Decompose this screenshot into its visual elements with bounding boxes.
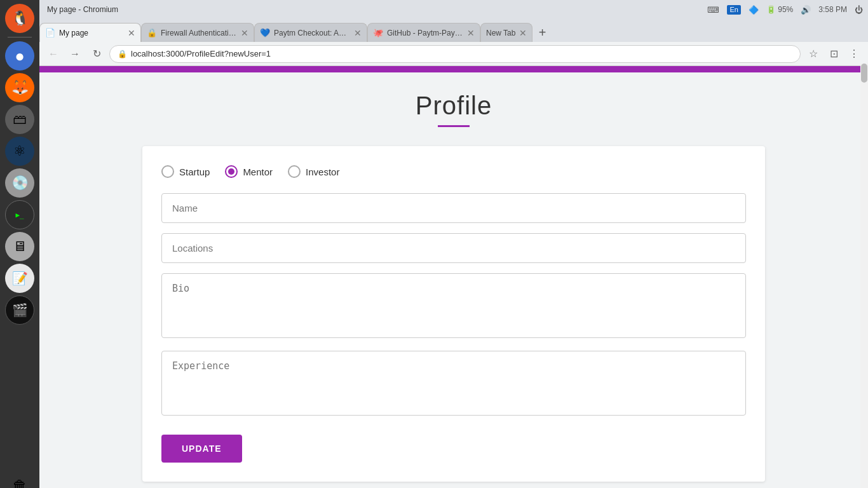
trash-icon[interactable]: 🗑 — [5, 471, 34, 488]
title-bar: My page - Chromium ⌨ En 🔷 🔋 95% 🔊 3:58 P… — [39, 0, 868, 19]
radio-investor[interactable]: Investor — [288, 165, 339, 178]
drive-icon[interactable]: 💿 — [5, 168, 34, 198]
bookmark-button[interactable]: ☆ — [804, 45, 822, 63]
purple-top-bar — [39, 66, 868, 72]
tabs-bar: 📄 My page ✕ 🔒 Firewall Authentication K.… — [39, 19, 868, 42]
tab-paytm-favicon: 💙 — [260, 28, 270, 37]
bio-field-container — [161, 273, 746, 341]
radio-investor-circle — [288, 165, 301, 178]
url-text: localhost:3000/ProfileEdit?newUser=1 — [131, 49, 792, 58]
radio-mentor-circle — [225, 165, 238, 178]
power-icon[interactable]: ⏻ — [855, 5, 863, 15]
tab-newtab-label: New Tab — [486, 29, 515, 37]
tab-firewall-favicon: 🔒 — [147, 28, 157, 37]
title-bar-text: My page - Chromium — [47, 5, 118, 14]
tab-paytm[interactable]: 💙 Paytm Checkout: Accept ... ✕ — [254, 23, 367, 42]
tab-firewall[interactable]: 🔒 Firewall Authentication K... ✕ — [141, 23, 254, 42]
tab-mypage[interactable]: 📄 My page ✕ — [39, 23, 141, 42]
tab-github-label: GitHub - Paytm-Payments... — [387, 29, 463, 37]
clock: 3:58 PM — [818, 5, 847, 15]
title-bar-icons: ⌨ En 🔷 🔋 95% 🔊 3:58 PM ⏻ — [707, 5, 863, 15]
radio-investor-label: Investor — [306, 166, 339, 177]
locations-field-container — [161, 233, 746, 263]
files-icon[interactable]: 🗃 — [5, 105, 34, 134]
role-radio-group: Startup Mentor Investor — [161, 165, 746, 178]
tab-github-favicon: 🐙 — [373, 28, 383, 37]
name-input[interactable] — [161, 193, 746, 223]
forward-button[interactable]: → — [66, 45, 84, 63]
taskbar: 🐧 ● 🦊 🗃 ⚛ 💿 ▶_ 🖥 📝 🎬 🗑 — [0, 0, 39, 488]
lock-icon: 🔒 — [118, 50, 127, 58]
tab-mypage-label: My page — [59, 29, 88, 37]
title-underline — [438, 125, 470, 127]
tab-mypage-close[interactable]: ✕ — [128, 28, 135, 38]
tab-paytm-close[interactable]: ✕ — [354, 28, 362, 38]
battery-icon: 🔋 95% — [766, 5, 793, 15]
tab-newtab-close[interactable]: ✕ — [519, 28, 527, 38]
tab-github-close[interactable]: ✕ — [467, 28, 475, 38]
bluetooth-icon: 🔷 — [749, 5, 759, 15]
address-bar-actions: ☆ ⊡ ⋮ — [804, 45, 863, 63]
keyboard-icon[interactable]: ⌨ — [707, 5, 719, 15]
lang-indicator: En — [727, 5, 740, 15]
editor-icon[interactable]: 📝 — [5, 264, 34, 293]
reload-button[interactable]: ↻ — [88, 45, 105, 63]
terminal-icon[interactable]: ▶_ — [5, 200, 34, 229]
new-tab-button[interactable]: + — [532, 23, 552, 42]
scrollbar-thumb[interactable] — [861, 64, 867, 83]
tab-firewall-close[interactable]: ✕ — [241, 28, 248, 38]
radio-startup[interactable]: Startup — [161, 165, 210, 178]
locations-input[interactable] — [161, 233, 746, 263]
ubuntu-icon[interactable]: 🐧 — [5, 4, 34, 33]
radio-mentor[interactable]: Mentor — [225, 165, 273, 178]
clap-icon[interactable]: 🎬 — [5, 295, 34, 325]
url-bar[interactable]: 🔒 localhost:3000/ProfileEdit?newUser=1 — [109, 45, 801, 63]
volume-icon: 🔊 — [801, 5, 811, 15]
radio-mentor-label: Mentor — [243, 166, 273, 177]
bio-textarea[interactable] — [161, 273, 746, 338]
back-button[interactable]: ← — [44, 45, 62, 63]
scrollbar-track[interactable] — [860, 64, 868, 488]
customize-button[interactable]: ⊡ — [825, 45, 843, 63]
name-field-container — [161, 193, 746, 223]
radio-startup-circle — [161, 165, 174, 178]
tab-newtab[interactable]: New Tab ✕ — [480, 23, 532, 42]
address-bar: ← → ↻ 🔒 localhost:3000/ProfileEdit?newUs… — [39, 42, 868, 66]
tab-github[interactable]: 🐙 GitHub - Paytm-Payments... ✕ — [367, 23, 480, 42]
chromium-icon[interactable]: ● — [5, 41, 34, 71]
page-content: Profile Startup Mentor — [39, 66, 868, 488]
form-card: Startup Mentor Investor — [142, 146, 765, 482]
experience-textarea[interactable] — [161, 351, 746, 416]
browser-window: My page - Chromium ⌨ En 🔷 🔋 95% 🔊 3:58 P… — [39, 0, 868, 488]
radio-startup-label: Startup — [179, 166, 210, 177]
tab-mypage-favicon: 📄 — [45, 28, 55, 37]
radio-mentor-dot — [228, 168, 234, 175]
page-title: Profile — [416, 92, 492, 120]
atom-icon[interactable]: ⚛ — [5, 137, 34, 166]
disk-icon[interactable]: 🖥 — [5, 232, 34, 261]
taskbar-separator — [8, 37, 32, 37]
experience-field-container — [161, 351, 746, 418]
update-button[interactable]: UPDATE — [161, 435, 242, 463]
tab-paytm-label: Paytm Checkout: Accept ... — [274, 29, 350, 37]
tab-firewall-label: Firewall Authentication K... — [161, 29, 237, 37]
firefox-icon[interactable]: 🦊 — [5, 73, 34, 102]
page-body: Profile Startup Mentor — [39, 72, 868, 488]
menu-button[interactable]: ⋮ — [845, 45, 863, 63]
